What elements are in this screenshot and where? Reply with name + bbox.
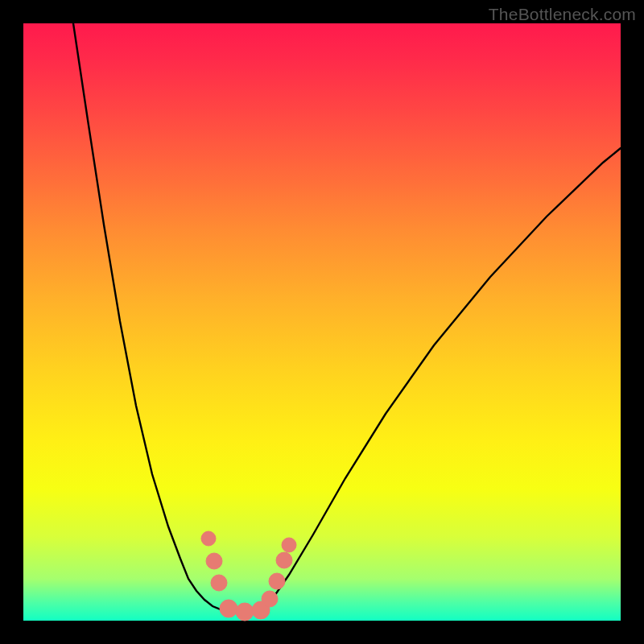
curve-marker <box>276 552 292 568</box>
bottleneck-curve <box>23 23 621 621</box>
curve-marker <box>201 531 216 546</box>
curve-marker <box>262 591 278 607</box>
curve-marker <box>269 573 285 589</box>
curve-marker <box>282 538 296 552</box>
curve-marker <box>206 553 222 569</box>
watermark-text: TheBottleneck.com <box>489 5 636 24</box>
curve-marker <box>220 600 237 617</box>
curve-marker <box>211 575 227 591</box>
plot-area <box>23 23 621 621</box>
curve-marker <box>236 603 254 621</box>
curve-path <box>73 23 621 612</box>
